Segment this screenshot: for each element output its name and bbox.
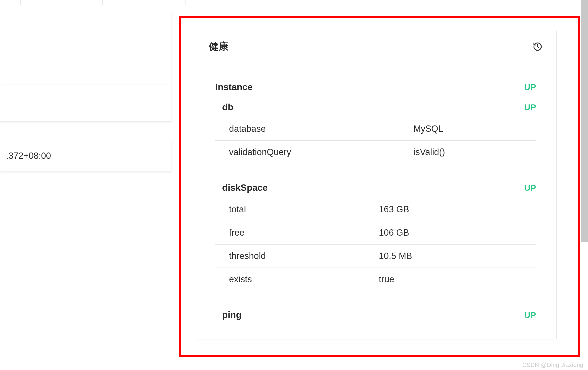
status-badge: UP (524, 310, 536, 320)
detail-value: true (379, 274, 394, 285)
top-tab[interactable] (186, 0, 266, 5)
detail-key: threshold (229, 251, 379, 261)
detail-key: exists (229, 274, 379, 285)
detail-row-exists: exists true (215, 268, 536, 291)
detail-value: 163 GB (379, 204, 409, 215)
detail-row-threshold: threshold 10.5 MB (215, 245, 536, 268)
history-icon[interactable] (533, 42, 542, 52)
status-badge: UP (524, 183, 536, 193)
diskspace-label: diskSpace (222, 182, 268, 193)
instance-label: Instance (215, 82, 253, 92)
detail-key: total (229, 204, 379, 215)
detail-value: 106 GB (379, 228, 409, 238)
watermark-text: CSDN @Ding Jiaxiong (522, 362, 583, 368)
detail-row-free: free 106 GB (215, 221, 536, 245)
detail-key: validationQuery (229, 147, 413, 157)
detail-key: database (229, 124, 413, 134)
timestamp-fragment: .372+08:00 (6, 151, 51, 161)
top-tab[interactable] (104, 0, 184, 5)
page-scrollbar[interactable] (581, 0, 588, 242)
health-card-body: Instance UP db UP database MySQL validat… (195, 63, 556, 339)
card-title: 健康 (209, 40, 228, 53)
status-badge: UP (524, 82, 536, 92)
detail-row-database: database MySQL (215, 117, 536, 141)
top-tab[interactable] (22, 0, 103, 5)
instance-section-header[interactable]: Instance UP (215, 77, 536, 97)
detail-value: 10.5 MB (379, 251, 412, 261)
detail-row-total: total 163 GB (215, 198, 536, 221)
status-badge: UP (524, 102, 536, 112)
db-label: db (222, 102, 233, 112)
health-card: 健康 Instance UP db UP (195, 30, 557, 339)
health-card-header: 健康 (195, 30, 556, 63)
detail-value: isValid() (413, 147, 445, 157)
db-section-header[interactable]: db UP (215, 97, 536, 117)
ping-label: ping (222, 310, 242, 320)
detail-value: MySQL (413, 124, 443, 134)
left-row (0, 11, 171, 48)
detail-row-validationquery: validationQuery isValid() (215, 141, 536, 164)
top-tab[interactable] (0, 0, 21, 5)
top-tab-bar (0, 0, 266, 5)
diskspace-section-header[interactable]: diskSpace UP (215, 178, 536, 198)
left-side-panel: .372+08:00 (0, 11, 171, 172)
left-row (0, 48, 171, 85)
ping-section-header[interactable]: ping UP (215, 305, 536, 325)
left-row (0, 85, 171, 122)
left-row-timestamp: .372+08:00 (0, 140, 171, 172)
detail-key: free (229, 228, 379, 238)
